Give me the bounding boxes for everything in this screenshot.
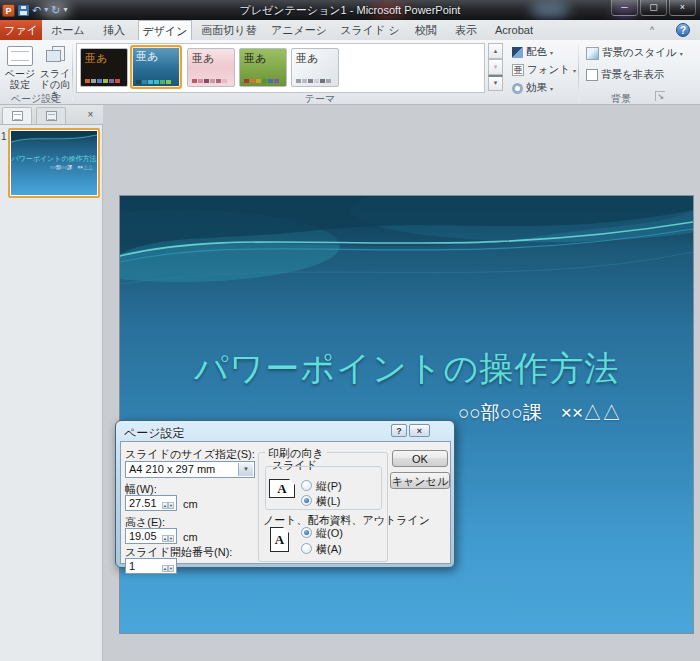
background-styles-button[interactable]: 背景のスタイル ▾ [586, 46, 683, 60]
theme-thumbnail-4[interactable]: 亜あ [239, 48, 287, 87]
theme-colors-button[interactable]: 配色 ▾ [512, 45, 553, 59]
theme-color-swatches [244, 79, 280, 83]
theme-swatch [314, 79, 319, 83]
width-spinner[interactable]: 27.51 ▲▼ [125, 495, 177, 511]
slide-subtitle[interactable]: ○○部○○課 ××△△ [458, 400, 621, 426]
theme-sample-text: 亜あ [292, 49, 338, 64]
theme-swatch [320, 79, 325, 83]
tab-outline[interactable] [36, 107, 66, 124]
spin-down-icon[interactable]: ▼ [168, 565, 174, 572]
slides-tab-icon [12, 111, 23, 121]
notes-portrait-radio[interactable] [301, 527, 312, 538]
dialog-close-icon[interactable]: × [409, 424, 430, 437]
ok-button[interactable]: OK [392, 450, 448, 467]
slide-thumbnail-1[interactable]: パワーポイントの操作方法 ○○部○○課 ××△△ [8, 128, 100, 198]
outline-tab-icon [46, 111, 57, 121]
minimize-button[interactable]: ─ [611, 0, 638, 16]
background-dialog-launcher-icon[interactable]: ↘ [655, 91, 665, 101]
slide-portrait-radio[interactable] [301, 480, 312, 491]
cancel-button[interactable]: キャンセル [390, 472, 450, 489]
theme-swatch [308, 79, 313, 83]
help-icon[interactable]: ? [676, 23, 690, 37]
close-button[interactable]: × [669, 0, 696, 16]
page-setup-button-label: ページ設定 [4, 68, 36, 90]
ribbon-collapse-icon[interactable]: ^ [650, 25, 654, 35]
tab-acrobat[interactable]: Acrobat [488, 20, 540, 40]
panel-tab-row: × [0, 105, 103, 125]
theme-swatch [210, 79, 215, 83]
theme-thumbnail-2-selected[interactable]: 亜あ [130, 45, 182, 89]
maximize-button[interactable]: ▢ [640, 0, 667, 16]
portrait-page-icon: A [270, 527, 289, 552]
spin-down-icon[interactable]: ▼ [168, 502, 174, 509]
panel-close-icon[interactable]: × [84, 109, 97, 122]
theme-effects-button[interactable]: 効果 ▾ [512, 81, 553, 95]
theme-swatch [136, 80, 141, 84]
theme-swatch [296, 79, 301, 83]
theme-sample-text: 亜あ [81, 49, 127, 64]
theme-fonts-label: フォント [527, 63, 570, 77]
slide-size-combobox[interactable]: A4 210 x 297 mm ▼ [125, 461, 255, 478]
title-bar: P ↶ ▾ ↻ ▾ プレゼンテーション1 - Microsoft PowerPo… [0, 0, 700, 20]
group-separator [72, 43, 73, 101]
slide-landscape-radio[interactable] [301, 495, 312, 506]
tab-insert[interactable]: 挿入 [94, 20, 134, 40]
page-setup-dialog: ページ設定 ? × スライドのサイズ指定(S): A4 210 x 297 mm… [115, 420, 455, 568]
chevron-down-icon: ▾ [573, 67, 576, 74]
tab-view[interactable]: 表示 [448, 20, 484, 40]
slide-orientation-icon [44, 46, 66, 66]
height-value: 19.05 [129, 530, 157, 542]
theme-thumbnail-3[interactable]: 亜あ [187, 48, 235, 87]
chevron-down-icon: ▾ [550, 49, 553, 56]
tab-design[interactable]: デザイン [138, 20, 192, 40]
start-number-spinner[interactable]: 1 ▲▼ [125, 558, 177, 574]
theme-effects-label: 効果 [526, 81, 547, 95]
notes-landscape-label[interactable]: 横(A) [316, 542, 342, 557]
dialog-help-icon[interactable]: ? [391, 424, 407, 437]
slide-portrait-label[interactable]: 縦(P) [316, 479, 342, 494]
theme-swatch [274, 79, 279, 83]
theme-swatch [268, 79, 273, 83]
theme-swatch [166, 80, 171, 84]
theme-thumbnail-5[interactable]: 亜あ [291, 48, 339, 87]
window-controls: ─ ▢ × [611, 0, 696, 16]
theme-colors-label: 配色 [526, 45, 547, 59]
hide-background-checkbox[interactable]: 背景を非表示 [586, 68, 664, 82]
theme-swatch [142, 80, 147, 84]
ribbon: ページ設定 スライドの向き ▾ ページ設定 亜あ 亜あ 亜あ 亜あ 亜あ [0, 40, 700, 105]
notes-landscape-radio[interactable] [301, 543, 312, 554]
theme-swatch [97, 79, 102, 83]
theme-swatch [192, 79, 197, 83]
slide-thumbnail-preview: パワーポイントの操作方法 ○○部○○課 ××△△ [11, 131, 97, 195]
gallery-more-icon[interactable]: ▼ [488, 75, 503, 91]
slide-number: 1 [1, 131, 7, 142]
theme-swatch [262, 79, 267, 83]
slide-title[interactable]: パワーポイントの操作方法 [120, 346, 693, 392]
theme-color-swatches [136, 80, 172, 84]
tab-slideshow[interactable]: スライド ショー [336, 20, 404, 40]
height-spinner[interactable]: 19.05 ▲▼ [125, 528, 177, 544]
spin-down-icon[interactable]: ▼ [168, 535, 174, 542]
theme-thumbnail-1[interactable]: 亜あ [80, 48, 128, 87]
gallery-scroll-up-icon[interactable]: ▲ [488, 43, 503, 59]
page-setup-button[interactable]: ページ設定 [4, 46, 36, 90]
tab-transitions[interactable]: 画面切り替え [196, 20, 262, 40]
tab-file[interactable]: ファイル [0, 20, 42, 40]
slide-landscape-label[interactable]: 横(L) [316, 494, 340, 509]
theme-swatch [244, 79, 249, 83]
tab-animations[interactable]: アニメーション [266, 20, 332, 40]
notes-portrait-label[interactable]: 縦(O) [316, 526, 343, 541]
chevron-down-icon: ▾ [680, 50, 683, 57]
theme-color-swatches [192, 79, 228, 83]
slide-wave-decoration [120, 196, 693, 301]
gallery-scroll-down-icon[interactable]: ▼ [488, 59, 503, 75]
theme-fonts-button[interactable]: 亜 フォント ▾ [512, 63, 576, 77]
group-label-page-setup: ページ設定 [2, 92, 70, 106]
tab-home[interactable]: ホーム [46, 20, 90, 40]
tab-review[interactable]: 校閲 [408, 20, 444, 40]
theme-sample-text: 亜あ [188, 49, 234, 64]
combo-arrow-icon[interactable]: ▼ [238, 463, 253, 476]
background-styles-label: 背景のスタイル [602, 46, 677, 60]
theme-fonts-icon: 亜 [512, 64, 524, 76]
tab-slides[interactable] [2, 107, 32, 124]
